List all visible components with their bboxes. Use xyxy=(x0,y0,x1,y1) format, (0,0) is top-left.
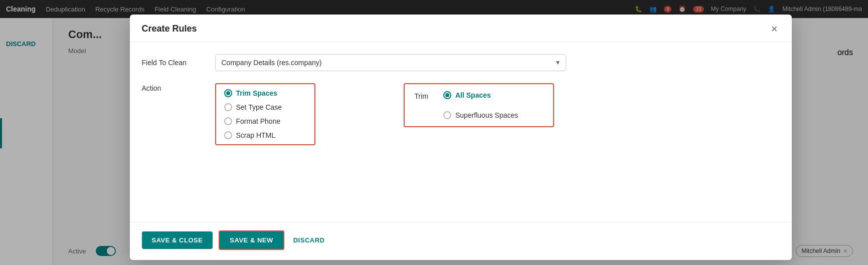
trim-panel-label: Trim xyxy=(415,91,428,100)
trim-options-panel: Trim All Spaces Superfluous Spaces xyxy=(404,83,554,127)
radio-trim-spaces-indicator xyxy=(224,89,232,97)
field-to-clean-label: Field To Clean xyxy=(142,59,207,67)
radio-set-type-case-indicator xyxy=(224,103,232,111)
radio-scrap-html-label: Scrap HTML xyxy=(236,131,276,139)
action-scrap-html[interactable]: Scrap HTML xyxy=(224,131,306,139)
radio-all-spaces-indicator xyxy=(443,91,451,99)
field-select-wrap: Company Details (res.company) ▼ xyxy=(215,54,566,71)
radio-format-phone-label: Format Phone xyxy=(236,117,281,125)
action-radio-group: Trim Spaces Set Type Case Format Phone S… xyxy=(215,83,315,145)
modal-close-button[interactable]: × xyxy=(769,24,780,35)
radio-scrap-html-indicator xyxy=(224,131,232,139)
radio-trim-spaces-label: Trim Spaces xyxy=(236,89,278,97)
radio-set-type-case-label: Set Type Case xyxy=(236,103,282,111)
action-row: Action Trim Spaces Set Type Case Format … xyxy=(142,83,780,145)
trim-all-spaces[interactable]: All Spaces xyxy=(443,91,518,99)
radio-format-phone-indicator xyxy=(224,117,232,125)
radio-superfluous-spaces-indicator xyxy=(443,111,451,119)
field-to-clean-row: Field To Clean Company Details (res.comp… xyxy=(142,54,780,71)
trim-superfluous-spaces[interactable]: Superfluous Spaces xyxy=(443,111,518,119)
modal-title: Create Rules xyxy=(142,24,197,34)
action-set-type-case[interactable]: Set Type Case xyxy=(224,103,306,111)
action-label: Action xyxy=(142,83,207,92)
save-close-button[interactable]: SAVE & CLOSE xyxy=(142,231,213,249)
save-new-button[interactable]: SAVE & NEW xyxy=(219,230,284,250)
trim-radio-group: All Spaces Superfluous Spaces xyxy=(443,91,518,119)
create-rules-modal: Create Rules × Field To Clean Company De… xyxy=(130,15,792,260)
modal-header: Create Rules × xyxy=(130,15,792,42)
radio-all-spaces-label: All Spaces xyxy=(455,91,491,99)
radio-superfluous-spaces-label: Superfluous Spaces xyxy=(455,111,518,119)
modal-footer: SAVE & CLOSE SAVE & NEW DISCARD xyxy=(130,222,792,260)
modal-body: Field To Clean Company Details (res.comp… xyxy=(130,42,792,222)
discard-button[interactable]: DISCARD xyxy=(290,231,328,249)
action-trim-spaces[interactable]: Trim Spaces xyxy=(224,89,306,97)
field-to-clean-select[interactable]: Company Details (res.company) xyxy=(215,54,566,71)
action-format-phone[interactable]: Format Phone xyxy=(224,117,306,125)
